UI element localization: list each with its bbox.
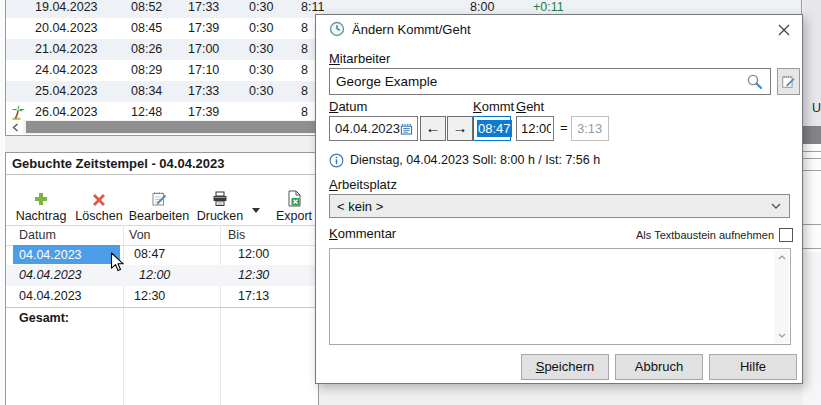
edit-icon [151, 187, 168, 207]
bis-cell: 12:30 [238, 265, 269, 286]
excel-export-icon [286, 187, 302, 207]
datum-cell: 04.04.2023 [19, 265, 82, 286]
vertical-scrollbar[interactable] [774, 250, 789, 343]
scroll-left-button[interactable] [7, 120, 23, 134]
divider [803, 224, 821, 225]
duration-output: 3:13 [571, 116, 609, 141]
kommentar-textarea[interactable] [329, 248, 791, 345]
close-icon[interactable] [772, 19, 796, 41]
date-cell: 25.04.2023 [35, 81, 98, 102]
geht-input[interactable] [516, 116, 554, 141]
divider [803, 151, 821, 152]
table-row[interactable]: 04.04.2023 12:30 17:13 [6, 286, 318, 307]
abbruch-button[interactable]: Abbruch [615, 354, 703, 380]
time-in-cell: 08:29 [131, 60, 162, 81]
selected-cell[interactable]: 04.04.2023 [13, 245, 120, 264]
arbeitsplatz-value: < kein > [330, 199, 771, 214]
von-cell: 12:30 [134, 286, 165, 307]
kommt-input[interactable]: 08:47 [473, 116, 511, 141]
datum-label: Datum [329, 99, 367, 114]
change-kommt-geht-dialog: Ändern Kommt/Geht Mitarbeiter Datum Komm… [315, 14, 803, 384]
drucken-button[interactable]: Drucken [192, 179, 248, 223]
plus-icon [33, 187, 49, 207]
mitarbeiter-label-rest: itarbeiter [340, 51, 391, 66]
geht-label-accesskey: G [516, 99, 526, 114]
work-cell: 8 [301, 81, 308, 102]
export-button[interactable]: Export [270, 179, 318, 223]
right-panel-fragment: U [803, 0, 821, 405]
speichern-rest: peichern [544, 359, 594, 374]
arrow-left-icon: ← [426, 119, 441, 136]
time-in-cell: 08:45 [131, 18, 162, 39]
time-in-cell: 08:34 [131, 81, 162, 102]
column-header-bis[interactable]: Bis [228, 226, 245, 245]
right-strip-mid [803, 144, 821, 252]
kommt-label-accesskey: K [473, 99, 482, 114]
bis-cell: 17:13 [238, 286, 269, 307]
datum-cell: 04.04.2023 [19, 286, 82, 307]
mitarbeiter-label-accesskey: M [329, 51, 340, 66]
clock-icon [329, 21, 345, 41]
day-info-text: Dienstag, 04.04.2023 Soll: 8:00 h / Ist:… [350, 153, 600, 167]
date-cell: 20.04.2023 [35, 18, 98, 39]
loeschen-button[interactable]: Löschen [70, 179, 128, 223]
time-in-cell: 08:52 [131, 0, 162, 18]
bearbeiten-label: Bearbeiten [129, 209, 189, 223]
arbeitsplatz-select[interactable]: < kein > [329, 194, 790, 218]
speichern-button[interactable]: Speichern [521, 354, 609, 380]
next-day-button[interactable]: → [447, 116, 473, 141]
dialog-title: Ändern Kommt/Geht [352, 22, 471, 38]
date-cell: 19.04.2023 [35, 0, 98, 18]
print-dropdown-arrow-icon[interactable] [252, 208, 260, 213]
work-cell: 8 [301, 18, 308, 39]
delete-x-icon [92, 187, 106, 207]
scroll-up-icon[interactable] [774, 250, 789, 265]
info-icon [329, 153, 344, 168]
arbeitsplatz-label: Arbeitsplatz [329, 177, 397, 192]
table-row[interactable]: 04.04.2023 08:47 12:00 [6, 244, 318, 265]
date-cell: 24.04.2023 [35, 60, 98, 81]
pause-cell: 0:30 [249, 60, 273, 81]
bearbeiten-button[interactable]: Bearbeiten [128, 179, 190, 223]
app-screen: 19.04.2023 08:52 17:33 0:30 8:11 8:00 +0… [0, 0, 821, 405]
gesamt-label: Gesamt: [19, 308, 69, 329]
printer-icon [211, 187, 229, 207]
column-header-datum[interactable]: Datum [19, 226, 56, 245]
kommentar-label: Kommentar [329, 226, 396, 241]
time-out-cell: 17:00 [188, 39, 219, 60]
datum-value: 04.04.2023 [330, 121, 400, 136]
duration-value: 3:13 [577, 121, 602, 136]
datum-label-rest: atum [338, 99, 367, 114]
column-header-von[interactable]: Von [129, 226, 151, 245]
pause-cell: 0:30 [249, 81, 273, 102]
hilfe-button[interactable]: Hilfe [709, 354, 797, 380]
datum-cell: 04.04.2023 [19, 245, 82, 266]
search-icon[interactable] [746, 73, 764, 91]
mitarbeiter-input[interactable] [330, 74, 746, 89]
arbeitsplatz-label-accesskey: A [329, 177, 338, 192]
previous-day-button[interactable]: ← [420, 116, 446, 141]
scroll-down-icon[interactable] [774, 328, 789, 343]
equals-sign: = [560, 120, 568, 135]
kommt-label-rest: ommt [482, 99, 515, 114]
edit-employee-button[interactable] [777, 68, 800, 95]
export-label: Export [276, 209, 312, 223]
loeschen-label: Löschen [75, 209, 122, 223]
day-info-row: Dienstag, 04.04.2023 Soll: 8:00 h / Ist:… [329, 152, 600, 168]
total-row: Gesamt: [6, 307, 318, 329]
table-row[interactable]: 04.04.2023 12:00 12:30 [6, 265, 318, 286]
datum-input[interactable]: 04.04.2023 [329, 116, 418, 141]
von-cell: 12:00 [139, 265, 170, 286]
geht-input-wrap [516, 116, 554, 141]
chevron-left-icon [12, 123, 19, 132]
time-out-cell: 17:33 [188, 0, 219, 18]
textbaustein-label: Als Textbaustein aufnehmen [524, 229, 774, 241]
calendar-icon[interactable] [400, 122, 413, 136]
chevron-down-icon [771, 203, 781, 209]
textbaustein-checkbox[interactable] [779, 228, 793, 242]
pause-cell: 0:30 [249, 0, 273, 18]
arbeitsplatz-label-rest: rbeitsplatz [338, 177, 397, 192]
table-header: Datum Von Bis [6, 225, 318, 246]
geht-label-rest: eht [526, 99, 544, 114]
nachtrag-button[interactable]: Nachtrag [12, 179, 70, 223]
